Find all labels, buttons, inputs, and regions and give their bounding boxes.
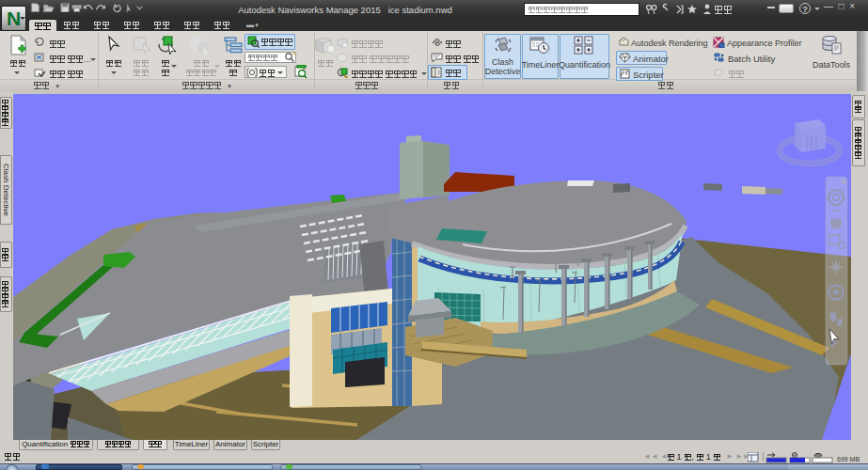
svg-text:699 MB: 699 MB <box>837 456 860 462</box>
